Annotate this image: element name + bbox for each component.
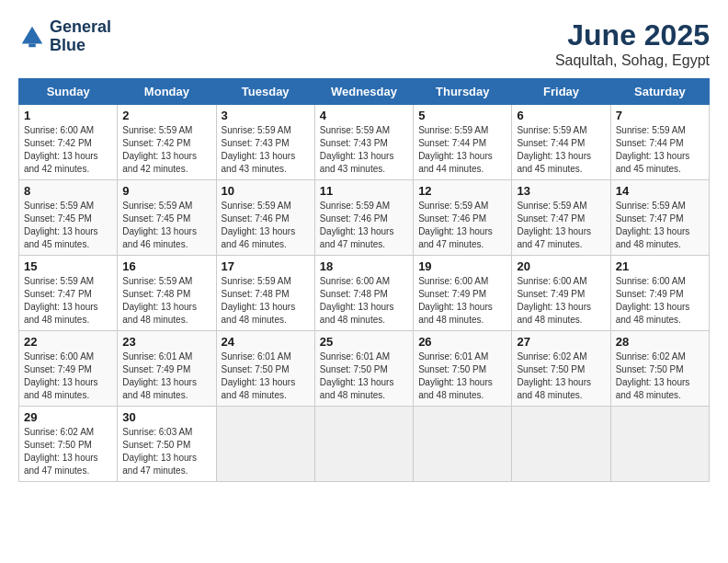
day-number: 5 (418, 109, 506, 122)
calendar-week-row: 22 Sunrise: 6:00 AMSunset: 7:49 PMDaylig… (19, 331, 710, 407)
day-number: 3 (222, 109, 310, 122)
day-number: 17 (222, 259, 310, 273)
day-number: 12 (418, 184, 506, 198)
table-row: 25 Sunrise: 6:01 AMSunset: 7:50 PMDaylig… (314, 331, 413, 407)
day-info: Sunrise: 6:02 AMSunset: 7:50 PMDaylight:… (616, 350, 704, 402)
day-number: 27 (517, 335, 605, 349)
day-info: Sunrise: 5:59 AMSunset: 7:44 PMDaylight:… (616, 124, 704, 176)
day-info: Sunrise: 5:59 AMSunset: 7:47 PMDaylight:… (517, 200, 605, 251)
day-info: Sunrise: 6:00 AMSunset: 7:49 PMDaylight:… (418, 275, 506, 327)
logo: General Blue (18, 18, 111, 55)
table-row: 11 Sunrise: 5:59 AMSunset: 7:46 PMDaylig… (314, 180, 413, 256)
calendar-header-row: Sunday Monday Tuesday Wednesday Thursday… (19, 79, 710, 105)
table-row: 20 Sunrise: 6:00 AMSunset: 7:49 PMDaylig… (512, 256, 610, 331)
day-info: Sunrise: 5:59 AMSunset: 7:44 PMDaylight:… (517, 124, 605, 176)
day-info: Sunrise: 6:00 AMSunset: 7:49 PMDaylight:… (517, 275, 605, 327)
day-info: Sunrise: 5:59 AMSunset: 7:45 PMDaylight:… (122, 200, 210, 251)
day-info: Sunrise: 5:59 AMSunset: 7:48 PMDaylight:… (222, 275, 310, 327)
day-number: 21 (616, 259, 704, 273)
month-title: June 2025 (555, 18, 710, 52)
day-info: Sunrise: 5:59 AMSunset: 7:43 PMDaylight:… (320, 124, 408, 176)
table-row: 18 Sunrise: 6:00 AMSunset: 7:48 PMDaylig… (314, 256, 413, 331)
day-info: Sunrise: 5:59 AMSunset: 7:42 PMDaylight:… (122, 124, 210, 176)
day-info: Sunrise: 6:01 AMSunset: 7:50 PMDaylight:… (222, 350, 310, 402)
day-number: 15 (24, 259, 112, 273)
table-row: 6 Sunrise: 5:59 AMSunset: 7:44 PMDayligh… (512, 105, 610, 180)
table-row: 13 Sunrise: 5:59 AMSunset: 7:47 PMDaylig… (512, 180, 610, 256)
day-info: Sunrise: 6:02 AMSunset: 7:50 PMDaylight:… (24, 426, 112, 477)
table-row: 12 Sunrise: 5:59 AMSunset: 7:46 PMDaylig… (414, 180, 512, 256)
day-number: 30 (122, 410, 210, 424)
day-number: 20 (517, 259, 605, 273)
table-row (314, 407, 413, 482)
day-number: 26 (418, 335, 506, 349)
day-number: 9 (122, 184, 210, 198)
table-row: 5 Sunrise: 5:59 AMSunset: 7:44 PMDayligh… (414, 105, 512, 180)
day-number: 8 (24, 184, 112, 198)
day-info: Sunrise: 6:03 AMSunset: 7:50 PMDaylight:… (122, 426, 210, 477)
day-info: Sunrise: 6:00 AMSunset: 7:42 PMDaylight:… (24, 124, 112, 176)
table-row: 14 Sunrise: 5:59 AMSunset: 7:47 PMDaylig… (610, 180, 709, 256)
table-row: 24 Sunrise: 6:01 AMSunset: 7:50 PMDaylig… (216, 331, 314, 407)
col-tuesday: Tuesday (216, 79, 314, 105)
day-number: 11 (320, 184, 408, 198)
col-monday: Monday (118, 79, 216, 105)
table-row: 23 Sunrise: 6:01 AMSunset: 7:49 PMDaylig… (118, 331, 216, 407)
day-info: Sunrise: 6:02 AMSunset: 7:50 PMDaylight:… (517, 350, 605, 402)
day-info: Sunrise: 5:59 AMSunset: 7:44 PMDaylight:… (418, 124, 506, 176)
day-number: 28 (616, 335, 704, 349)
day-info: Sunrise: 6:01 AMSunset: 7:49 PMDaylight:… (122, 350, 210, 402)
table-row (414, 407, 512, 482)
table-row: 29 Sunrise: 6:02 AMSunset: 7:50 PMDaylig… (19, 407, 118, 482)
table-row: 4 Sunrise: 5:59 AMSunset: 7:43 PMDayligh… (314, 105, 413, 180)
calendar-week-row: 29 Sunrise: 6:02 AMSunset: 7:50 PMDaylig… (19, 407, 710, 482)
table-row: 30 Sunrise: 6:03 AMSunset: 7:50 PMDaylig… (118, 407, 216, 482)
table-row (512, 407, 610, 482)
day-number: 22 (24, 335, 112, 349)
col-friday: Friday (512, 79, 610, 105)
table-row: 17 Sunrise: 5:59 AMSunset: 7:48 PMDaylig… (216, 256, 314, 331)
title-section: June 2025 Saqultah, Sohag, Egypt (555, 18, 710, 69)
day-number: 14 (616, 184, 704, 198)
calendar-week-row: 15 Sunrise: 5:59 AMSunset: 7:47 PMDaylig… (19, 256, 710, 331)
table-row: 27 Sunrise: 6:02 AMSunset: 7:50 PMDaylig… (512, 331, 610, 407)
day-number: 24 (222, 335, 310, 349)
calendar-week-row: 1 Sunrise: 6:00 AMSunset: 7:42 PMDayligh… (19, 105, 710, 180)
col-sunday: Sunday (19, 79, 118, 105)
day-info: Sunrise: 5:59 AMSunset: 7:47 PMDaylight:… (24, 275, 112, 327)
table-row: 2 Sunrise: 5:59 AMSunset: 7:42 PMDayligh… (118, 105, 216, 180)
table-row: 8 Sunrise: 5:59 AMSunset: 7:45 PMDayligh… (19, 180, 118, 256)
day-info: Sunrise: 5:59 AMSunset: 7:46 PMDaylight:… (418, 200, 506, 251)
table-row: 26 Sunrise: 6:01 AMSunset: 7:50 PMDaylig… (414, 331, 512, 407)
day-number: 1 (24, 109, 112, 122)
day-info: Sunrise: 5:59 AMSunset: 7:43 PMDaylight:… (222, 124, 310, 176)
day-info: Sunrise: 6:00 AMSunset: 7:49 PMDaylight:… (24, 350, 112, 402)
day-number: 25 (320, 335, 408, 349)
table-row: 10 Sunrise: 5:59 AMSunset: 7:46 PMDaylig… (216, 180, 314, 256)
col-saturday: Saturday (610, 79, 709, 105)
calendar-week-row: 8 Sunrise: 5:59 AMSunset: 7:45 PMDayligh… (19, 180, 710, 256)
col-wednesday: Wednesday (314, 79, 413, 105)
table-row: 16 Sunrise: 5:59 AMSunset: 7:48 PMDaylig… (118, 256, 216, 331)
svg-rect-1 (28, 43, 36, 47)
day-number: 18 (320, 259, 408, 273)
day-info: Sunrise: 6:01 AMSunset: 7:50 PMDaylight:… (320, 350, 408, 402)
day-info: Sunrise: 5:59 AMSunset: 7:46 PMDaylight:… (222, 200, 310, 251)
table-row: 28 Sunrise: 6:02 AMSunset: 7:50 PMDaylig… (610, 331, 709, 407)
table-row: 7 Sunrise: 5:59 AMSunset: 7:44 PMDayligh… (610, 105, 709, 180)
table-row: 1 Sunrise: 6:00 AMSunset: 7:42 PMDayligh… (19, 105, 118, 180)
day-info: Sunrise: 5:59 AMSunset: 7:45 PMDaylight:… (24, 200, 112, 251)
day-info: Sunrise: 6:00 AMSunset: 7:49 PMDaylight:… (616, 275, 704, 327)
table-row: 15 Sunrise: 5:59 AMSunset: 7:47 PMDaylig… (19, 256, 118, 331)
page-header: General Blue June 2025 Saqultah, Sohag, … (18, 18, 710, 69)
day-number: 29 (24, 410, 112, 424)
table-row (216, 407, 314, 482)
logo-text: General Blue (50, 18, 111, 55)
day-number: 16 (122, 259, 210, 273)
table-row: 19 Sunrise: 6:00 AMSunset: 7:49 PMDaylig… (414, 256, 512, 331)
day-number: 23 (122, 335, 210, 349)
location-title: Saqultah, Sohag, Egypt (555, 52, 710, 69)
table-row: 9 Sunrise: 5:59 AMSunset: 7:45 PMDayligh… (118, 180, 216, 256)
day-number: 6 (517, 109, 605, 122)
day-number: 19 (418, 259, 506, 273)
